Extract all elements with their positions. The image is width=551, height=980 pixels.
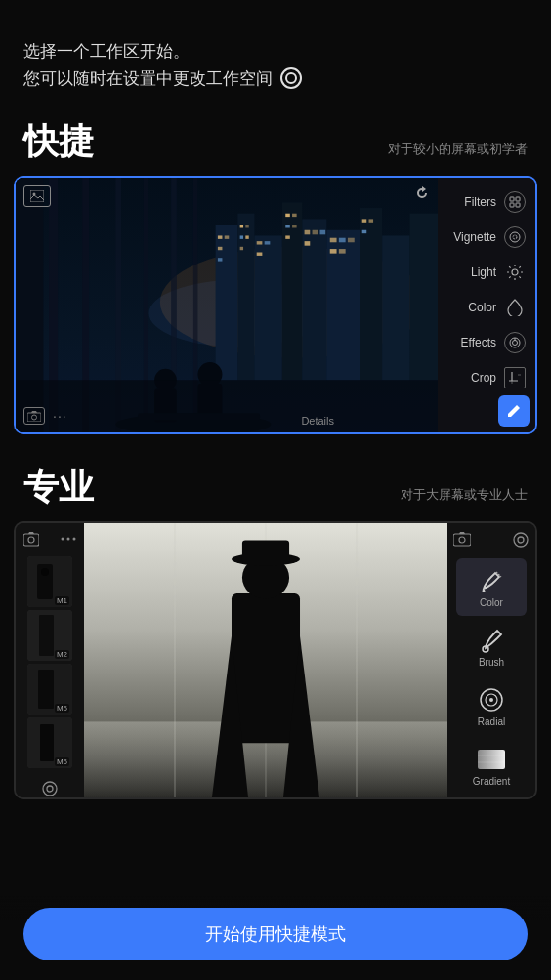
svg-rect-20 bbox=[240, 247, 243, 250]
svg-rect-18 bbox=[240, 235, 243, 238]
three-dots-icon bbox=[61, 537, 76, 541]
quick-subtitle: 对于较小的屏幕或初学者 bbox=[388, 141, 528, 158]
svg-rect-40 bbox=[362, 230, 367, 233]
crop-label: Crop bbox=[471, 371, 496, 385]
svg-rect-6 bbox=[282, 202, 302, 380]
pro-brush-label: Brush bbox=[479, 657, 504, 668]
pro-brush-icon bbox=[477, 626, 506, 655]
page-container: 选择一个工作区开始。 您可以随时在设置中更改工作空间 快捷 对于较小的屏幕或初学… bbox=[0, 0, 551, 980]
crop-tool[interactable]: Crop bbox=[444, 361, 530, 394]
svg-rect-35 bbox=[348, 238, 355, 243]
svg-point-118 bbox=[459, 537, 465, 543]
color-label: Color bbox=[468, 301, 496, 314]
pro-radial-icon bbox=[477, 685, 506, 715]
pro-color-label: Color bbox=[480, 597, 503, 608]
svg-rect-11 bbox=[410, 214, 438, 381]
color-tool[interactable]: Color bbox=[444, 291, 530, 324]
settings-icon[interactable] bbox=[280, 67, 302, 89]
svg-rect-21 bbox=[257, 241, 263, 244]
film-thumb-3[interactable]: M5 bbox=[27, 664, 72, 715]
film-label-2: M2 bbox=[55, 650, 69, 659]
crop-icon bbox=[504, 367, 526, 388]
effects-label: Effects bbox=[461, 336, 496, 349]
svg-line-70 bbox=[509, 266, 510, 267]
svg-rect-36 bbox=[330, 249, 337, 254]
svg-rect-15 bbox=[218, 258, 223, 261]
quick-tools-panel: Filters Vignette bbox=[438, 178, 535, 432]
vignette-tool[interactable]: Vignette bbox=[444, 221, 530, 254]
reset-icon[interactable] bbox=[414, 185, 430, 205]
pro-radial-btn[interactable]: Radial bbox=[456, 677, 527, 735]
film-thumb-4[interactable]: M6 bbox=[27, 717, 72, 768]
svg-rect-37 bbox=[339, 249, 346, 254]
svg-rect-92 bbox=[38, 670, 54, 709]
pro-right-top-icons bbox=[453, 531, 530, 549]
svg-rect-17 bbox=[245, 225, 248, 227]
film-label-4: M6 bbox=[55, 757, 69, 766]
details-label: Details bbox=[301, 415, 334, 427]
pencil-svg bbox=[506, 403, 522, 419]
light-tool[interactable]: Light bbox=[444, 256, 530, 289]
more-options-icon[interactable]: ··· bbox=[53, 408, 67, 424]
svg-point-65 bbox=[512, 269, 518, 275]
svg-point-85 bbox=[73, 538, 76, 541]
reset-svg bbox=[414, 185, 430, 201]
svg-point-125 bbox=[489, 698, 493, 702]
svg-rect-27 bbox=[292, 225, 297, 227]
pro-mask-right-icon bbox=[512, 531, 530, 549]
pro-right-bottom-icons bbox=[483, 796, 500, 799]
film-thumb-2[interactable]: M2 bbox=[27, 610, 72, 661]
pro-mask-icon[interactable] bbox=[41, 780, 59, 797]
svg-rect-61 bbox=[510, 203, 514, 207]
night-city-svg bbox=[16, 178, 438, 432]
light-label: Light bbox=[471, 265, 496, 279]
pro-left-top bbox=[20, 531, 80, 547]
svg-rect-30 bbox=[313, 230, 318, 235]
quick-workspace-card[interactable]: ··· Details Filters bbox=[14, 176, 537, 434]
pro-workspace-card[interactable]: M1 M2 bbox=[14, 521, 537, 799]
svg-rect-22 bbox=[265, 241, 271, 244]
pro-brush-btn[interactable]: Brush bbox=[456, 618, 527, 675]
pro-color-btn[interactable]: Color bbox=[456, 558, 527, 616]
svg-point-64 bbox=[513, 235, 517, 239]
svg-rect-81 bbox=[23, 534, 39, 546]
svg-rect-10 bbox=[382, 235, 409, 380]
pro-color-brush-icon bbox=[477, 566, 506, 595]
quick-top-icons bbox=[23, 185, 51, 207]
svg-rect-57 bbox=[27, 413, 41, 422]
pro-gradient-icon bbox=[477, 745, 506, 774]
svg-rect-55 bbox=[30, 190, 44, 202]
svg-rect-29 bbox=[305, 230, 311, 235]
svg-rect-115 bbox=[242, 540, 289, 563]
svg-rect-59 bbox=[510, 197, 514, 201]
pro-left-tools bbox=[41, 780, 59, 799]
svg-rect-60 bbox=[516, 197, 520, 201]
svg-point-63 bbox=[510, 232, 520, 242]
pro-camera-icon bbox=[23, 531, 39, 547]
pro-gradient-btn[interactable]: Gradient bbox=[456, 737, 527, 795]
pro-left-panel: M1 M2 bbox=[16, 523, 84, 797]
svg-rect-5 bbox=[254, 235, 281, 380]
svg-rect-26 bbox=[285, 225, 290, 227]
quick-section-header: 快捷 对于较小的屏幕或初学者 bbox=[0, 106, 551, 176]
edit-pencil-button[interactable] bbox=[498, 395, 530, 427]
quick-title: 快捷 bbox=[23, 118, 94, 166]
filters-tool[interactable]: Filters bbox=[444, 185, 530, 219]
pro-gradient-label: Gradient bbox=[473, 776, 510, 787]
color-icon bbox=[504, 297, 526, 318]
effects-icon bbox=[504, 332, 526, 353]
pro-radial-label: Radial bbox=[478, 716, 505, 727]
pro-section-header: 专业 对于大屏幕或专业人士 bbox=[0, 452, 551, 521]
svg-line-71 bbox=[519, 276, 520, 277]
start-quick-mode-button[interactable]: 开始使用快捷模式 bbox=[23, 908, 528, 960]
vignette-label: Vignette bbox=[453, 230, 496, 244]
effects-tool[interactable]: Effects bbox=[444, 326, 530, 359]
svg-rect-94 bbox=[40, 724, 54, 761]
film-thumb-1[interactable]: M1 bbox=[27, 556, 72, 607]
svg-rect-13 bbox=[225, 235, 230, 238]
camera-icon[interactable] bbox=[23, 407, 45, 425]
svg-rect-31 bbox=[319, 230, 325, 235]
header-line2: 您可以随时在设置中更改工作空间 bbox=[23, 66, 528, 92]
pro-title: 专业 bbox=[23, 464, 94, 511]
svg-point-95 bbox=[43, 782, 57, 796]
